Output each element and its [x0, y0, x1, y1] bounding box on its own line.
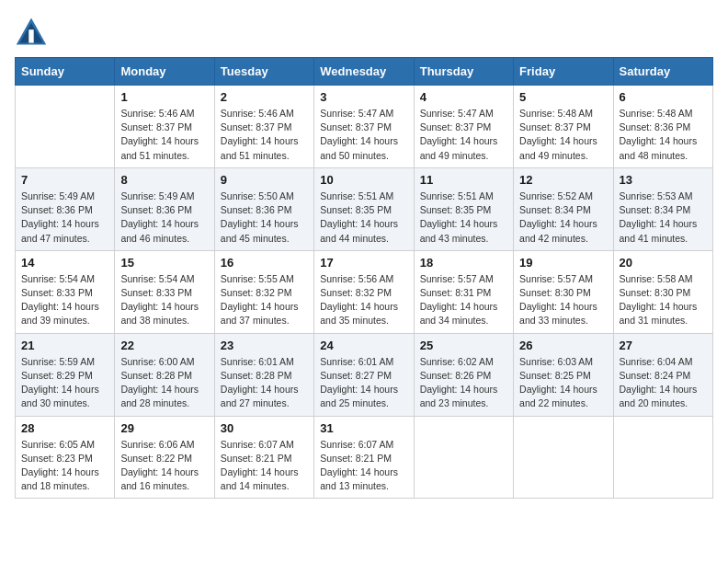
day-cell: 7Sunrise: 5:49 AMSunset: 8:36 PMDaylight…: [16, 167, 115, 250]
week-row-5: 28Sunrise: 6:05 AMSunset: 8:23 PMDayligh…: [16, 416, 713, 499]
calendar: SundayMondayTuesdayWednesdayThursdayFrid…: [15, 57, 713, 499]
day-number: 1: [120, 90, 208, 104]
day-number: 24: [320, 339, 407, 352]
day-number: 27: [620, 339, 707, 352]
day-info: Sunrise: 5:47 AMSunset: 8:37 PMDaylight:…: [420, 107, 507, 163]
logo: [15, 15, 51, 48]
day-number: 22: [120, 339, 208, 352]
day-cell: 6Sunrise: 5:48 AMSunset: 8:36 PMDaylight…: [613, 86, 712, 168]
day-number: 28: [21, 421, 108, 435]
day-number: 15: [120, 256, 208, 270]
day-info: Sunrise: 5:54 AMSunset: 8:33 PMDaylight:…: [120, 272, 208, 328]
day-info: Sunrise: 5:52 AMSunset: 8:34 PMDaylight:…: [519, 190, 607, 246]
weekday-header-thursday: Thursday: [414, 58, 513, 86]
day-number: 9: [221, 173, 308, 187]
week-row-2: 7Sunrise: 5:49 AMSunset: 8:36 PMDaylight…: [16, 167, 713, 250]
day-cell: 20Sunrise: 5:58 AMSunset: 8:30 PMDayligh…: [613, 250, 712, 333]
day-number: 4: [420, 90, 507, 104]
weekday-header-monday: Monday: [115, 58, 214, 86]
day-cell: 5Sunrise: 5:48 AMSunset: 8:37 PMDaylight…: [514, 86, 613, 168]
day-info: Sunrise: 5:48 AMSunset: 8:37 PMDaylight:…: [519, 107, 607, 163]
day-info: Sunrise: 5:57 AMSunset: 8:31 PMDaylight:…: [420, 272, 507, 328]
day-info: Sunrise: 5:46 AMSunset: 8:37 PMDaylight:…: [221, 107, 308, 163]
day-number: 21: [21, 339, 108, 352]
day-cell: 17Sunrise: 5:56 AMSunset: 8:32 PMDayligh…: [314, 250, 414, 333]
day-number: 30: [221, 421, 308, 435]
day-cell: 22Sunrise: 6:00 AMSunset: 8:28 PMDayligh…: [115, 333, 214, 416]
day-cell: 11Sunrise: 5:51 AMSunset: 8:35 PMDayligh…: [414, 167, 513, 250]
day-cell: 25Sunrise: 6:02 AMSunset: 8:26 PMDayligh…: [414, 333, 513, 416]
day-cell: 26Sunrise: 6:03 AMSunset: 8:25 PMDayligh…: [514, 333, 613, 416]
day-cell: 16Sunrise: 5:55 AMSunset: 8:32 PMDayligh…: [214, 250, 313, 333]
day-cell: 9Sunrise: 5:50 AMSunset: 8:36 PMDaylight…: [214, 167, 313, 250]
svg-rect-2: [28, 29, 33, 42]
header: [15, 15, 713, 48]
day-number: 26: [519, 339, 607, 352]
day-info: Sunrise: 6:00 AMSunset: 8:28 PMDaylight:…: [120, 355, 208, 411]
week-row-3: 14Sunrise: 5:54 AMSunset: 8:33 PMDayligh…: [16, 250, 713, 333]
day-info: Sunrise: 5:46 AMSunset: 8:37 PMDaylight:…: [120, 107, 208, 163]
day-info: Sunrise: 5:49 AMSunset: 8:36 PMDaylight:…: [21, 190, 108, 246]
day-info: Sunrise: 5:51 AMSunset: 8:35 PMDaylight:…: [420, 190, 507, 246]
day-cell: 24Sunrise: 6:01 AMSunset: 8:27 PMDayligh…: [314, 333, 414, 416]
day-number: 10: [320, 173, 407, 187]
day-info: Sunrise: 5:59 AMSunset: 8:29 PMDaylight:…: [21, 355, 108, 411]
day-cell: 21Sunrise: 5:59 AMSunset: 8:29 PMDayligh…: [16, 333, 115, 416]
day-info: Sunrise: 6:01 AMSunset: 8:27 PMDaylight:…: [320, 355, 407, 411]
day-info: Sunrise: 5:57 AMSunset: 8:30 PMDaylight:…: [519, 272, 607, 328]
week-row-4: 21Sunrise: 5:59 AMSunset: 8:29 PMDayligh…: [16, 333, 713, 416]
day-info: Sunrise: 5:56 AMSunset: 8:32 PMDaylight:…: [320, 272, 407, 328]
day-number: 3: [320, 90, 407, 104]
day-info: Sunrise: 6:01 AMSunset: 8:28 PMDaylight:…: [221, 355, 308, 411]
weekday-header-row: SundayMondayTuesdayWednesdayThursdayFrid…: [16, 58, 713, 86]
day-number: 16: [221, 256, 308, 270]
day-info: Sunrise: 6:05 AMSunset: 8:23 PMDaylight:…: [21, 438, 108, 494]
day-number: 11: [420, 173, 507, 187]
day-info: Sunrise: 6:07 AMSunset: 8:21 PMDaylight:…: [221, 438, 308, 494]
day-info: Sunrise: 6:02 AMSunset: 8:26 PMDaylight:…: [420, 355, 507, 411]
day-info: Sunrise: 6:07 AMSunset: 8:21 PMDaylight:…: [320, 438, 407, 494]
day-number: 14: [21, 256, 108, 270]
day-cell: 4Sunrise: 5:47 AMSunset: 8:37 PMDaylight…: [414, 86, 513, 168]
weekday-header-saturday: Saturday: [613, 58, 712, 86]
day-info: Sunrise: 5:48 AMSunset: 8:36 PMDaylight:…: [620, 107, 707, 163]
week-row-1: 1Sunrise: 5:46 AMSunset: 8:37 PMDaylight…: [16, 86, 713, 168]
day-number: 29: [120, 421, 208, 435]
day-cell: 29Sunrise: 6:06 AMSunset: 8:22 PMDayligh…: [115, 416, 214, 499]
day-number: 23: [221, 339, 308, 352]
day-cell: 10Sunrise: 5:51 AMSunset: 8:35 PMDayligh…: [314, 167, 414, 250]
day-cell: 27Sunrise: 6:04 AMSunset: 8:24 PMDayligh…: [613, 333, 712, 416]
day-cell: [16, 86, 115, 168]
day-cell: 31Sunrise: 6:07 AMSunset: 8:21 PMDayligh…: [314, 416, 414, 499]
day-cell: 8Sunrise: 5:49 AMSunset: 8:36 PMDaylight…: [115, 167, 214, 250]
day-number: 19: [519, 256, 607, 270]
day-cell: [414, 416, 513, 499]
day-info: Sunrise: 5:55 AMSunset: 8:32 PMDaylight:…: [221, 272, 308, 328]
day-info: Sunrise: 5:49 AMSunset: 8:36 PMDaylight:…: [120, 190, 208, 246]
day-number: 25: [420, 339, 507, 352]
day-number: 13: [620, 173, 707, 187]
day-number: 31: [320, 421, 407, 435]
weekday-header-friday: Friday: [514, 58, 613, 86]
day-number: 7: [21, 173, 108, 187]
day-cell: 14Sunrise: 5:54 AMSunset: 8:33 PMDayligh…: [16, 250, 115, 333]
day-info: Sunrise: 5:53 AMSunset: 8:34 PMDaylight:…: [620, 190, 707, 246]
day-info: Sunrise: 6:04 AMSunset: 8:24 PMDaylight:…: [620, 355, 707, 411]
day-cell: 15Sunrise: 5:54 AMSunset: 8:33 PMDayligh…: [115, 250, 214, 333]
day-cell: [613, 416, 712, 499]
weekday-header-wednesday: Wednesday: [314, 58, 414, 86]
day-number: 12: [519, 173, 607, 187]
day-info: Sunrise: 5:54 AMSunset: 8:33 PMDaylight:…: [21, 272, 108, 328]
day-info: Sunrise: 5:58 AMSunset: 8:30 PMDaylight:…: [620, 272, 707, 328]
day-info: Sunrise: 5:51 AMSunset: 8:35 PMDaylight:…: [320, 190, 407, 246]
day-cell: 28Sunrise: 6:05 AMSunset: 8:23 PMDayligh…: [16, 416, 115, 499]
day-cell: 18Sunrise: 5:57 AMSunset: 8:31 PMDayligh…: [414, 250, 513, 333]
day-cell: 12Sunrise: 5:52 AMSunset: 8:34 PMDayligh…: [514, 167, 613, 250]
day-cell: 19Sunrise: 5:57 AMSunset: 8:30 PMDayligh…: [514, 250, 613, 333]
day-number: 18: [420, 256, 507, 270]
day-cell: 3Sunrise: 5:47 AMSunset: 8:37 PMDaylight…: [314, 86, 414, 168]
day-cell: 1Sunrise: 5:46 AMSunset: 8:37 PMDaylight…: [115, 86, 214, 168]
day-cell: 23Sunrise: 6:01 AMSunset: 8:28 PMDayligh…: [214, 333, 313, 416]
day-number: 17: [320, 256, 407, 270]
day-info: Sunrise: 6:06 AMSunset: 8:22 PMDaylight:…: [120, 438, 208, 494]
